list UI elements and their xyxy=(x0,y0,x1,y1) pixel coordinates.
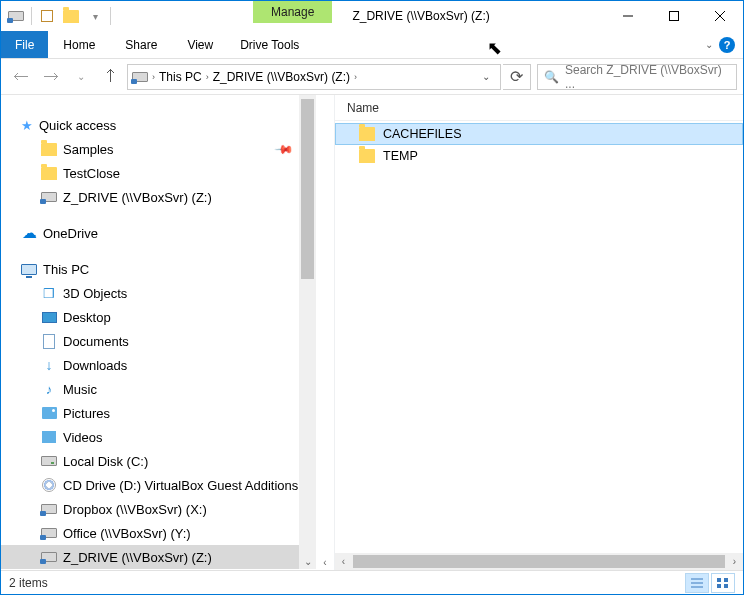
chevron-right-icon[interactable]: › xyxy=(354,72,357,82)
list-item[interactable]: TEMP xyxy=(335,145,743,167)
list-item-selected[interactable]: CACHEFILES xyxy=(335,123,743,145)
tree-item[interactable]: Z_DRIVE (\\VBoxSvr) (Z:) xyxy=(1,185,316,209)
tree-item[interactable]: Samples 📌 xyxy=(1,137,316,161)
address-dropdown-icon[interactable]: ⌄ xyxy=(476,71,496,82)
vertical-scrollbar[interactable] xyxy=(299,95,316,569)
location-icon xyxy=(132,69,148,85)
tree-item[interactable]: ↓Downloads xyxy=(1,353,316,377)
search-placeholder: Search Z_DRIVE (\\VBoxSvr) ... xyxy=(565,63,730,91)
icons-view-button[interactable] xyxy=(711,573,735,593)
horizontal-scrollbar[interactable]: ‹ › xyxy=(335,553,743,570)
ribbon-tab-view[interactable]: View xyxy=(172,31,228,58)
status-bar: 2 items xyxy=(1,570,743,594)
tree-this-pc[interactable]: This PC xyxy=(1,257,316,281)
search-icon: 🔍 xyxy=(544,70,559,84)
network-drive-icon xyxy=(41,189,57,205)
new-folder-icon[interactable] xyxy=(60,5,82,27)
tree-quick-access[interactable]: ★ Quick access xyxy=(1,113,316,137)
help-icon[interactable]: ? xyxy=(719,37,735,53)
back-button[interactable]: 🡐 xyxy=(7,63,35,91)
tree-label: Office (\\VBoxSvr) (Y:) xyxy=(63,526,191,541)
tree-label: Downloads xyxy=(63,358,127,373)
music-icon: ♪ xyxy=(41,381,57,397)
details-view-button[interactable] xyxy=(685,573,709,593)
separator xyxy=(110,7,111,25)
scrollbar-thumb[interactable] xyxy=(301,99,314,279)
tree-label: Desktop xyxy=(63,310,111,325)
tree-item[interactable]: Documents xyxy=(1,329,316,353)
separator xyxy=(31,7,32,25)
tree-item[interactable]: ♪Music xyxy=(1,377,316,401)
chevron-right-icon[interactable]: › xyxy=(152,72,155,82)
downloads-icon: ↓ xyxy=(41,357,57,373)
main-split: ★ Quick access Samples 📌 TestClose Z_DRI… xyxy=(1,95,743,570)
properties-icon[interactable] xyxy=(36,5,58,27)
folder-icon xyxy=(359,148,375,164)
scroll-left-icon[interactable]: ‹ xyxy=(335,553,352,570)
tree-item[interactable]: Pictures xyxy=(1,401,316,425)
network-drive-icon xyxy=(41,525,57,541)
content-chevron-left-icon[interactable]: ‹ xyxy=(316,95,334,570)
cloud-icon: ☁ xyxy=(21,225,37,241)
breadcrumb-segment[interactable]: Z_DRIVE (\\VBoxSvr) (Z:)› xyxy=(213,70,357,84)
tree-label: CD Drive (D:) VirtualBox Guest Additions xyxy=(63,478,298,493)
network-drive-icon xyxy=(41,501,57,517)
minimize-button[interactable] xyxy=(605,1,651,31)
folder-icon xyxy=(359,126,375,142)
svg-rect-10 xyxy=(724,584,728,588)
tree-label: TestClose xyxy=(63,166,120,181)
file-name: TEMP xyxy=(383,149,418,163)
ribbon-tab-home[interactable]: Home xyxy=(48,31,110,58)
svg-rect-7 xyxy=(717,578,721,582)
cd-icon xyxy=(41,477,57,493)
ribbon-tab-drive-tools[interactable]: Drive Tools xyxy=(230,31,309,58)
tree-label: Z_DRIVE (\\VBoxSvr) (Z:) xyxy=(63,550,212,565)
file-list[interactable]: CACHEFILES TEMP xyxy=(335,121,743,553)
maximize-button[interactable] xyxy=(651,1,697,31)
tree-label: 3D Objects xyxy=(63,286,127,301)
search-input[interactable]: 🔍 Search Z_DRIVE (\\VBoxSvr) ... xyxy=(537,64,737,90)
tree-item[interactable]: Office (\\VBoxSvr) (Y:) xyxy=(1,521,316,545)
pc-icon xyxy=(21,261,37,277)
tree-item[interactable]: Dropbox (\\VBoxSvr) (X:) xyxy=(1,497,316,521)
tree-label: Samples xyxy=(63,142,114,157)
forward-button[interactable]: 🡒 xyxy=(37,63,65,91)
status-item-count: 2 items xyxy=(9,576,48,590)
ribbon-tab-share[interactable]: Share xyxy=(110,31,172,58)
navpane-chevron-icon[interactable]: ⌄ xyxy=(299,552,317,570)
contextual-tab-manage[interactable]: Manage xyxy=(253,1,332,23)
svg-rect-8 xyxy=(724,578,728,582)
breadcrumb-segment[interactable]: This PC› xyxy=(159,70,209,84)
tree-label: Z_DRIVE (\\VBoxSvr) (Z:) xyxy=(63,190,212,205)
tree-label: Documents xyxy=(63,334,129,349)
close-button[interactable] xyxy=(697,1,743,31)
window-controls xyxy=(605,1,743,31)
tree-item[interactable]: TestClose xyxy=(1,161,316,185)
tree-label: Quick access xyxy=(39,118,116,133)
ribbon-tabs: File Home Share View Drive Tools ⌄ ? xyxy=(1,31,743,59)
scroll-right-icon[interactable]: › xyxy=(726,553,743,570)
column-header-name[interactable]: Name xyxy=(335,95,743,121)
tree-item[interactable]: ❒3D Objects xyxy=(1,281,316,305)
breadcrumb-bar[interactable]: › This PC› Z_DRIVE (\\VBoxSvr) (Z:)› ⌄ xyxy=(127,64,501,90)
tree-label: Pictures xyxy=(63,406,110,421)
window-title: Z_DRIVE (\\VBoxSvr) (Z:) xyxy=(332,1,605,31)
tree-label: This PC xyxy=(43,262,89,277)
refresh-button[interactable]: ⟳ xyxy=(503,64,531,90)
tree-item[interactable]: CD Drive (D:) VirtualBox Guest Additions xyxy=(1,473,316,497)
pin-icon: 📌 xyxy=(274,139,295,160)
tree-item[interactable]: Desktop xyxy=(1,305,316,329)
tree-item-selected[interactable]: Z_DRIVE (\\VBoxSvr) (Z:) xyxy=(1,545,316,569)
tree-onedrive[interactable]: ☁ OneDrive xyxy=(1,221,316,245)
scrollbar-thumb[interactable] xyxy=(353,555,725,568)
recent-locations-dropdown[interactable]: ⌄ xyxy=(67,63,95,91)
ribbon-expand-icon[interactable]: ⌄ xyxy=(705,39,713,50)
svg-rect-9 xyxy=(717,584,721,588)
tree-item[interactable]: Local Disk (C:) xyxy=(1,449,316,473)
tree-item[interactable]: Videos xyxy=(1,425,316,449)
chevron-right-icon[interactable]: › xyxy=(206,72,209,82)
up-button[interactable]: 🡑 xyxy=(97,63,125,91)
file-tab[interactable]: File xyxy=(1,31,48,58)
folder-icon xyxy=(41,141,57,157)
qat-dropdown-icon[interactable]: ▾ xyxy=(84,5,106,27)
